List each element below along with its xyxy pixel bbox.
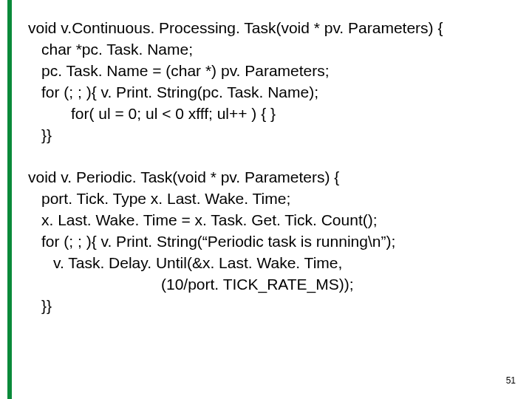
code-line: x. Last. Wake. Time = x. Task. Get. Tick… <box>28 210 510 231</box>
code-line: port. Tick. Type x. Last. Wake. Time; <box>28 188 510 210</box>
accent-bar <box>7 0 12 399</box>
code-line: char *pc. Task. Name; <box>28 39 510 61</box>
code-line: for( ul = 0; ul < 0 xfff; ul++ ) { } <box>28 103 510 125</box>
code-line: v. Task. Delay. Until(&x. Last. Wake. Ti… <box>28 253 510 274</box>
code-block-1: void v.Continuous. Processing. Task(void… <box>28 18 510 146</box>
code-line: for (; ; ){ v. Print. String(“Periodic t… <box>28 231 510 253</box>
code-line: }} <box>28 125 510 146</box>
code-line: (10/port. TICK_RATE_MS)); <box>28 274 510 296</box>
slide: void v.Continuous. Processing. Task(void… <box>0 0 532 399</box>
code-line: void v. Periodic. Task(void * pv. Parame… <box>28 167 510 188</box>
slide-content: void v.Continuous. Processing. Task(void… <box>28 18 510 338</box>
code-line: pc. Task. Name = (char *) pv. Parameters… <box>28 61 510 82</box>
page-number: 51 <box>506 375 516 386</box>
code-line: }} <box>28 296 510 317</box>
code-line: for (; ; ){ v. Print. String(pc. Task. N… <box>28 82 510 103</box>
code-block-2: void v. Periodic. Task(void * pv. Parame… <box>28 167 510 317</box>
code-line: void v.Continuous. Processing. Task(void… <box>28 18 510 39</box>
